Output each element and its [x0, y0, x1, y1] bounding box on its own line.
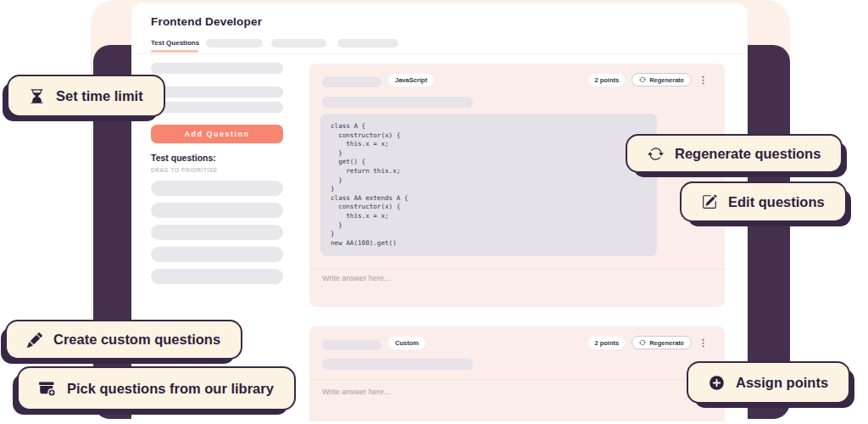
refresh-icon	[639, 339, 646, 346]
callout-label: Regenerate questions	[675, 146, 821, 162]
add-question-button[interactable]: Add Question	[151, 125, 283, 143]
edit-icon	[702, 194, 717, 209]
more-options-icon[interactable]: ⋮	[698, 75, 708, 85]
answer-input[interactable]	[322, 274, 678, 298]
question-list-item[interactable]	[151, 247, 283, 262]
callout-edit-questions: Edit questions	[680, 181, 847, 222]
language-badge: JavaScript	[388, 74, 434, 86]
question-list-item[interactable]	[151, 203, 283, 218]
callout-label: Pick questions from our library	[67, 381, 274, 397]
sidebar-skeleton-row	[151, 63, 283, 74]
library-add-icon	[39, 380, 56, 397]
tab-test-questions[interactable]: Test Questions	[151, 39, 199, 47]
callout-set-time-limit: Set time limit	[7, 75, 165, 117]
tab-placeholder-1[interactable]	[206, 39, 263, 47]
regenerate-button-label: Regenerate	[649, 339, 684, 347]
code-snippet: class A { constructor(x) { this.x = x; }…	[331, 122, 647, 248]
question-card-javascript: JavaScript 2 points Regenerate ⋮ class A…	[309, 64, 725, 307]
callout-label: Set time limit	[56, 88, 143, 104]
question-title-skeleton	[322, 340, 381, 350]
points-badge[interactable]: 2 points	[588, 74, 625, 86]
sidebar-skeleton-row	[151, 86, 283, 98]
tab-placeholder-2[interactable]	[271, 39, 326, 47]
page-title: Frontend Developer	[151, 15, 262, 28]
callout-regenerate-questions: Regenerate questions	[626, 134, 843, 173]
question-list-item[interactable]	[151, 225, 283, 240]
callout-label: Create custom questions	[53, 332, 220, 348]
plus-circle-icon	[709, 375, 725, 391]
regenerate-button-label: Regenerate	[649, 76, 684, 84]
tab-placeholder-3[interactable]	[337, 39, 398, 47]
question-list-item[interactable]	[151, 269, 283, 284]
pencil-icon	[27, 332, 42, 348]
regenerate-button[interactable]: Regenerate	[632, 336, 692, 349]
language-badge: Custom	[388, 337, 426, 349]
tabs-divider	[131, 53, 748, 54]
callout-assign-points: Assign points	[687, 361, 850, 404]
callout-label: Assign points	[736, 375, 828, 391]
question-card-custom: Custom 2 points Regenerate ⋮	[309, 326, 725, 421]
points-badge[interactable]: 2 points	[588, 337, 625, 349]
question-text-skeleton	[322, 97, 473, 108]
card-divider	[309, 379, 725, 380]
callout-create-custom-questions: Create custom questions	[5, 320, 242, 360]
refresh-icon	[648, 146, 664, 162]
more-options-icon[interactable]: ⋮	[698, 338, 708, 348]
question-list-item[interactable]	[151, 181, 283, 196]
question-text-skeleton	[322, 359, 473, 370]
question-title-skeleton	[322, 77, 381, 87]
callout-label: Edit questions	[728, 194, 825, 210]
callout-pick-questions: Pick questions from our library	[17, 366, 296, 410]
drag-to-prioritise-hint: DRAG TO PRIORITISE	[151, 167, 218, 173]
hourglass-icon	[29, 88, 45, 104]
active-tab-underline	[151, 50, 198, 53]
test-questions-heading: Test questions:	[151, 153, 216, 163]
refresh-icon	[639, 76, 646, 83]
answer-input[interactable]	[322, 388, 678, 411]
sidebar-skeleton-row	[151, 102, 283, 113]
card-divider	[309, 269, 725, 270]
app-mockup: Frontend Developer Test Questions Add Qu…	[0, 0, 868, 424]
regenerate-button[interactable]: Regenerate	[632, 73, 692, 86]
code-snippet-block: class A { constructor(x) { this.x = x; }…	[320, 114, 657, 256]
